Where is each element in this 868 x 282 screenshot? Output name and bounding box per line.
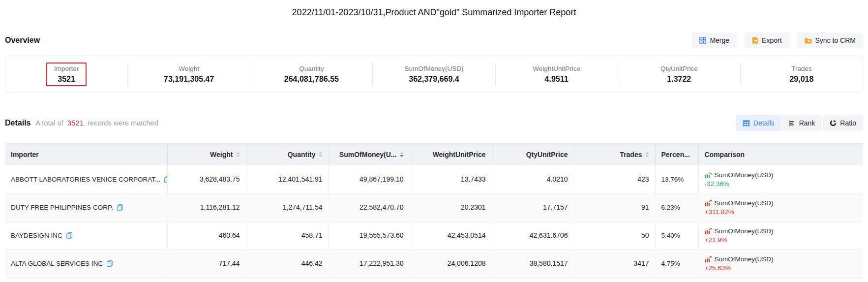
tab-ratio[interactable]: Ratio <box>823 115 863 131</box>
details-heading: Details <box>5 119 30 127</box>
column-header-quantity[interactable]: Quantity <box>246 144 329 165</box>
stat-importer: Importer3521 <box>5 63 128 86</box>
tab-details[interactable]: Details <box>736 115 781 131</box>
importer-cell: DUTY FREE PHILIPPINES CORP. <box>5 193 167 221</box>
tab-rank[interactable]: Rank <box>782 115 822 131</box>
column-label: Weight <box>210 151 233 158</box>
sync-to-crm-button-label: Sync to CRM <box>815 36 856 44</box>
stat-box: SumOfMoney(USD)362,379,669.4 <box>396 63 471 86</box>
copy-icon[interactable] <box>164 176 167 183</box>
stat-value: 4.9511 <box>545 75 569 84</box>
comparison-cell: SumOfMoney(USD)-32.36% <box>698 165 863 193</box>
stat-qtyunitprice: QtyUnitPrice1.3722 <box>618 63 741 86</box>
overview-bar: Overview MergeExportSync to CRM <box>5 32 863 48</box>
stat-box: Quantity264,081,786.55 <box>276 63 347 86</box>
stat-value: 3521 <box>58 75 75 84</box>
export-icon <box>752 37 758 44</box>
stat-sumofmoney-usd: SumOfMoney(USD)362,379,669.4 <box>373 63 495 86</box>
stat-box: Trades29,018 <box>781 63 821 86</box>
stat-value: 264,081,786.55 <box>284 75 339 84</box>
stat-value: 362,379,669.4 <box>409 75 459 84</box>
percent-cell: 4.75% <box>655 250 698 278</box>
stat-weightunitprice: WeightUnitPrice4.9511 <box>496 63 618 86</box>
report-table-wrapper: ImporterWeightQuantitySumOfMoney(U...Wei… <box>5 143 863 278</box>
export-button[interactable]: Export <box>745 32 789 48</box>
column-header-weight[interactable]: Weight <box>167 144 246 165</box>
stat-highlight-box: Importer3521 <box>46 63 87 86</box>
stat-label: Importer <box>54 65 79 72</box>
trend-down-icon <box>705 172 712 178</box>
stat-trades: Trades29,018 <box>741 63 863 86</box>
comparison-change: -32.36% <box>705 180 858 188</box>
comparison-metric: SumOfMoney(USD) <box>715 227 774 235</box>
weight-unit-price-cell: 13.7433 <box>410 165 492 193</box>
overview-heading: Overview <box>5 36 40 45</box>
sort-icon[interactable] <box>236 152 240 157</box>
column-header-comparison: Comparison <box>698 144 863 165</box>
merge-icon <box>699 37 706 44</box>
merge-button[interactable]: Merge <box>692 32 737 48</box>
importer-cell: ABBOTT LABORATORIES VENICE CORPORAT... <box>5 165 167 193</box>
column-header-qtyunitprice: QtyUnitPrice <box>492 144 574 165</box>
copy-icon[interactable] <box>107 260 113 267</box>
column-header-weightunitprice: WeightUnitPrice <box>410 144 492 165</box>
overview-stats-card: Importer3521Weight73,191,305.47Quantity2… <box>5 56 863 93</box>
qty-unit-price-cell: 17.7157 <box>492 193 574 221</box>
column-label: Trades <box>620 151 642 158</box>
column-header-percen: Percen... <box>655 144 698 165</box>
merge-button-label: Merge <box>710 36 729 44</box>
export-button-label: Export <box>762 36 781 44</box>
sum-of-money-cell: 17,222,951.30 <box>329 250 410 278</box>
percent-cell: 13.76% <box>655 165 698 193</box>
column-header-sumofmoney-u[interactable]: SumOfMoney(U... <box>329 144 410 165</box>
sync-to-crm-button[interactable]: Sync to CRM <box>797 32 863 48</box>
table-icon <box>743 120 750 126</box>
sum-of-money-cell: 22,582,470.70 <box>329 193 410 221</box>
qty-unit-price-cell: 42,631.6706 <box>492 221 574 250</box>
stat-value: 29,018 <box>789 75 813 84</box>
weight-cell: 1,116,281.12 <box>167 193 246 221</box>
sort-icon[interactable] <box>400 152 404 157</box>
percent-cell: 5.40% <box>655 221 698 250</box>
tab-label: Details <box>753 119 775 127</box>
sort-icon[interactable] <box>645 152 649 157</box>
importer-name: ALTA GLOBAL SERVICES INC <box>11 260 103 267</box>
column-header-importer: Importer <box>5 144 167 165</box>
sum-of-money-cell: 19,555,573.60 <box>329 221 410 250</box>
ratio-icon <box>830 120 837 126</box>
stat-label: Weight <box>179 65 199 72</box>
stat-box: Weight73,191,305.47 <box>156 63 222 86</box>
stat-quantity: Quantity264,081,786.55 <box>250 63 373 86</box>
trend-up-icon <box>705 256 712 262</box>
sort-icon[interactable] <box>319 152 323 157</box>
trades-cell: 423 <box>574 165 655 193</box>
importer-cell: ALTA GLOBAL SERVICES INC <box>5 250 167 278</box>
trades-cell: 50 <box>574 221 655 250</box>
column-header-trades[interactable]: Trades <box>574 144 655 165</box>
tab-label: Rank <box>799 119 815 127</box>
stat-label: SumOfMoney(USD) <box>404 65 463 72</box>
comparison-metric: SumOfMoney(USD) <box>715 171 774 179</box>
column-label: Percen... <box>661 151 690 158</box>
comparison-cell: SumOfMoney(USD)+311.82% <box>698 193 863 221</box>
stat-label: Trades <box>791 65 812 72</box>
percent-cell: 6.23% <box>655 193 698 221</box>
column-label: SumOfMoney(U... <box>339 151 397 158</box>
stat-box: WeightUnitPrice4.9511 <box>525 63 588 86</box>
stat-weight: Weight73,191,305.47 <box>128 63 250 86</box>
copy-icon[interactable] <box>117 204 123 211</box>
page-title: 2022/11/01-2023/10/31,Product AND"gold" … <box>5 0 863 18</box>
copy-icon[interactable] <box>66 232 72 239</box>
matched-suffix: records were matched <box>88 119 158 127</box>
trend-up-icon <box>705 200 712 206</box>
trades-cell: 3417 <box>574 250 655 278</box>
tab-label: Ratio <box>840 119 856 127</box>
column-label: QtyUnitPrice <box>526 151 568 158</box>
column-label: Comparison <box>705 151 745 158</box>
quantity-cell: 446.42 <box>246 250 329 278</box>
action-buttons: MergeExportSync to CRM <box>692 32 863 48</box>
column-label: Importer <box>11 151 39 158</box>
importer-table: ImporterWeightQuantitySumOfMoney(U...Wei… <box>5 143 863 278</box>
importer-report-page: 2022/11/01-2023/10/31,Product AND"gold" … <box>0 0 868 278</box>
view-tabs: DetailsRankRatio <box>736 115 863 131</box>
